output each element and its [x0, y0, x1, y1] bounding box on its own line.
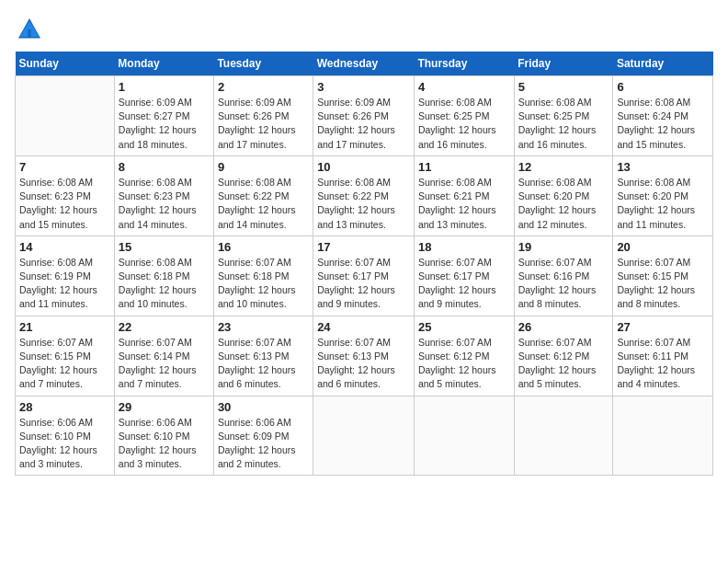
calendar-cell: 13Sunrise: 6:08 AMSunset: 6:20 PMDayligh… [613, 155, 713, 236]
calendar-week-row: 1Sunrise: 6:09 AMSunset: 6:27 PMDaylight… [16, 76, 713, 156]
day-number: 2 [218, 80, 309, 94]
day-number: 27 [617, 320, 709, 334]
calendar-cell: 3Sunrise: 6:09 AMSunset: 6:26 PMDaylight… [313, 76, 415, 156]
calendar-week-row: 28Sunrise: 6:06 AMSunset: 6:10 PMDayligh… [16, 396, 713, 476]
calendar-week-row: 7Sunrise: 6:08 AMSunset: 6:23 PMDaylight… [16, 155, 713, 236]
calendar-cell: 18Sunrise: 6:07 AMSunset: 6:17 PMDayligh… [414, 236, 514, 316]
calendar-cell [313, 396, 415, 476]
day-info: Sunrise: 6:07 AMSunset: 6:15 PMDaylight:… [19, 336, 110, 392]
calendar-cell: 7Sunrise: 6:08 AMSunset: 6:23 PMDaylight… [16, 155, 115, 236]
calendar-cell: 6Sunrise: 6:08 AMSunset: 6:24 PMDaylight… [613, 76, 713, 156]
calendar-cell: 22Sunrise: 6:07 AMSunset: 6:14 PMDayligh… [114, 316, 213, 396]
day-info: Sunrise: 6:07 AMSunset: 6:13 PMDaylight:… [317, 336, 410, 392]
day-info: Sunrise: 6:06 AMSunset: 6:09 PMDaylight:… [218, 416, 309, 472]
day-number: 9 [218, 160, 309, 174]
day-number: 22 [119, 320, 210, 334]
calendar-cell: 28Sunrise: 6:06 AMSunset: 6:10 PMDayligh… [16, 396, 115, 476]
calendar-week-row: 21Sunrise: 6:07 AMSunset: 6:15 PMDayligh… [16, 316, 713, 396]
calendar-cell: 15Sunrise: 6:08 AMSunset: 6:18 PMDayligh… [114, 236, 213, 316]
weekday-header: Saturday [613, 52, 713, 76]
day-info: Sunrise: 6:07 AMSunset: 6:14 PMDaylight:… [119, 336, 210, 392]
day-info: Sunrise: 6:07 AMSunset: 6:17 PMDaylight:… [418, 256, 510, 312]
day-info: Sunrise: 6:08 AMSunset: 6:23 PMDaylight:… [119, 176, 210, 232]
weekday-header: Wednesday [313, 52, 415, 76]
calendar-cell: 23Sunrise: 6:07 AMSunset: 6:13 PMDayligh… [213, 316, 313, 396]
calendar-cell: 17Sunrise: 6:07 AMSunset: 6:17 PMDayligh… [313, 236, 415, 316]
day-number: 28 [19, 400, 110, 414]
day-info: Sunrise: 6:07 AMSunset: 6:12 PMDaylight:… [518, 336, 609, 392]
day-info: Sunrise: 6:08 AMSunset: 6:23 PMDaylight:… [19, 176, 110, 232]
day-info: Sunrise: 6:06 AMSunset: 6:10 PMDaylight:… [19, 416, 110, 472]
weekday-header: Thursday [414, 52, 514, 76]
day-number: 30 [218, 400, 309, 414]
calendar-cell: 5Sunrise: 6:08 AMSunset: 6:25 PMDaylight… [514, 76, 613, 156]
calendar-cell: 8Sunrise: 6:08 AMSunset: 6:23 PMDaylight… [114, 155, 213, 236]
calendar-cell: 1Sunrise: 6:09 AMSunset: 6:27 PMDaylight… [114, 76, 213, 156]
weekday-header: Tuesday [213, 52, 313, 76]
day-number: 24 [317, 320, 410, 334]
day-number: 26 [518, 320, 609, 334]
day-number: 12 [518, 160, 609, 174]
calendar-cell: 20Sunrise: 6:07 AMSunset: 6:15 PMDayligh… [613, 236, 713, 316]
day-number: 7 [19, 160, 110, 174]
day-number: 19 [518, 240, 609, 254]
logo-icon [15, 15, 44, 44]
day-info: Sunrise: 6:06 AMSunset: 6:10 PMDaylight:… [119, 416, 210, 472]
day-number: 23 [218, 320, 309, 334]
calendar-cell: 21Sunrise: 6:07 AMSunset: 6:15 PMDayligh… [16, 316, 115, 396]
day-number: 5 [518, 80, 609, 94]
day-info: Sunrise: 6:08 AMSunset: 6:22 PMDaylight:… [218, 176, 309, 232]
day-number: 10 [317, 160, 410, 174]
day-number: 20 [617, 240, 709, 254]
day-number: 15 [119, 240, 210, 254]
day-number: 29 [119, 400, 210, 414]
day-number: 1 [119, 80, 210, 94]
day-number: 17 [317, 240, 410, 254]
calendar-cell: 27Sunrise: 6:07 AMSunset: 6:11 PMDayligh… [613, 316, 713, 396]
day-info: Sunrise: 6:08 AMSunset: 6:25 PMDaylight:… [518, 96, 609, 152]
calendar-cell [16, 76, 115, 156]
calendar-week-row: 14Sunrise: 6:08 AMSunset: 6:19 PMDayligh… [16, 236, 713, 316]
day-number: 25 [418, 320, 510, 334]
day-info: Sunrise: 6:08 AMSunset: 6:20 PMDaylight:… [518, 176, 609, 232]
day-info: Sunrise: 6:09 AMSunset: 6:26 PMDaylight:… [218, 96, 309, 152]
calendar-cell [613, 396, 713, 476]
calendar-cell: 4Sunrise: 6:08 AMSunset: 6:25 PMDaylight… [414, 76, 514, 156]
logo [15, 15, 48, 44]
calendar-cell: 12Sunrise: 6:08 AMSunset: 6:20 PMDayligh… [514, 155, 613, 236]
day-number: 14 [19, 240, 110, 254]
weekday-header: Monday [114, 52, 213, 76]
calendar-cell: 26Sunrise: 6:07 AMSunset: 6:12 PMDayligh… [514, 316, 613, 396]
day-info: Sunrise: 6:07 AMSunset: 6:17 PMDaylight:… [317, 256, 410, 312]
calendar-cell: 16Sunrise: 6:07 AMSunset: 6:18 PMDayligh… [213, 236, 313, 316]
calendar-cell: 14Sunrise: 6:08 AMSunset: 6:19 PMDayligh… [16, 236, 115, 316]
day-info: Sunrise: 6:07 AMSunset: 6:18 PMDaylight:… [218, 256, 309, 312]
day-number: 18 [418, 240, 510, 254]
day-number: 11 [418, 160, 510, 174]
day-info: Sunrise: 6:08 AMSunset: 6:21 PMDaylight:… [418, 176, 510, 232]
day-number: 8 [119, 160, 210, 174]
day-number: 21 [19, 320, 110, 334]
day-number: 6 [617, 80, 709, 94]
weekday-header-row: SundayMondayTuesdayWednesdayThursdayFrid… [16, 52, 713, 76]
day-info: Sunrise: 6:09 AMSunset: 6:26 PMDaylight:… [317, 96, 410, 152]
day-number: 4 [418, 80, 510, 94]
weekday-header: Sunday [16, 52, 115, 76]
calendar-cell: 19Sunrise: 6:07 AMSunset: 6:16 PMDayligh… [514, 236, 613, 316]
calendar-cell: 2Sunrise: 6:09 AMSunset: 6:26 PMDaylight… [213, 76, 313, 156]
weekday-header: Friday [514, 52, 613, 76]
day-number: 16 [218, 240, 309, 254]
calendar-cell: 9Sunrise: 6:08 AMSunset: 6:22 PMDaylight… [213, 155, 313, 236]
calendar-cell [414, 396, 514, 476]
day-info: Sunrise: 6:08 AMSunset: 6:19 PMDaylight:… [19, 256, 110, 312]
day-info: Sunrise: 6:07 AMSunset: 6:12 PMDaylight:… [418, 336, 510, 392]
calendar-cell: 30Sunrise: 6:06 AMSunset: 6:09 PMDayligh… [213, 396, 313, 476]
calendar-table: SundayMondayTuesdayWednesdayThursdayFrid… [15, 52, 713, 476]
calendar-cell: 25Sunrise: 6:07 AMSunset: 6:12 PMDayligh… [414, 316, 514, 396]
day-info: Sunrise: 6:07 AMSunset: 6:16 PMDaylight:… [518, 256, 609, 312]
day-info: Sunrise: 6:07 AMSunset: 6:15 PMDaylight:… [617, 256, 709, 312]
day-number: 3 [317, 80, 410, 94]
page-header [15, 15, 713, 44]
calendar-cell: 24Sunrise: 6:07 AMSunset: 6:13 PMDayligh… [313, 316, 415, 396]
day-number: 13 [617, 160, 709, 174]
